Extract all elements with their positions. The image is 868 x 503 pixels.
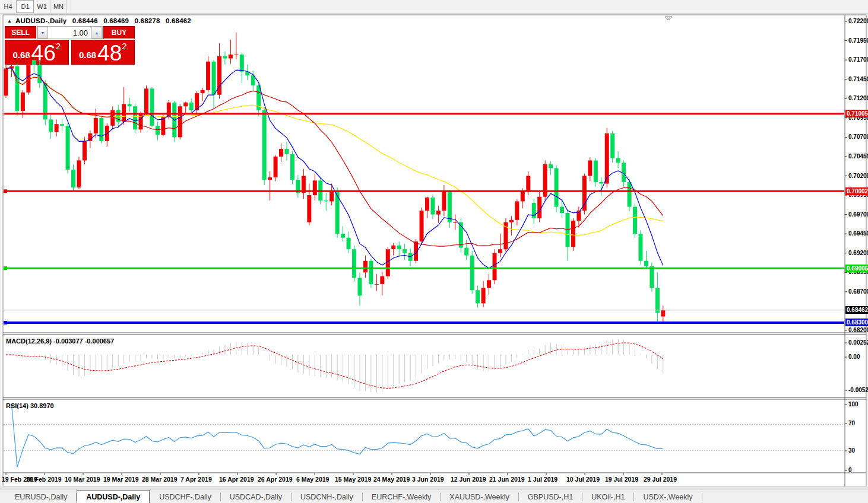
candle <box>655 288 660 313</box>
candle <box>481 288 486 303</box>
price-badge-0.71005: 0.71005 <box>845 110 868 117</box>
candle <box>436 211 441 215</box>
tab-ukoil--h1[interactable]: UKOil-,H1 <box>582 491 633 503</box>
price-scale-label[interactable]: 0.71700 <box>848 56 868 63</box>
candle <box>324 200 328 201</box>
time-axis-label[interactable]: 15 May 2019 <box>335 476 371 483</box>
candle <box>369 261 373 284</box>
tab-usdx--weekly[interactable]: USDX-,Weekly <box>634 491 701 503</box>
candle <box>60 124 64 126</box>
candle <box>650 266 654 288</box>
price-scale-label[interactable]: 0.69200 <box>848 250 868 257</box>
tab-xauusd--weekly[interactable]: XAUUSD-,Weekly <box>441 491 518 503</box>
candle <box>644 261 648 266</box>
rsi-scale-label[interactable]: 0 <box>848 467 852 474</box>
chart-shift-marker-icon[interactable] <box>665 17 672 20</box>
time-axis-label[interactable]: 24 May 2019 <box>373 476 410 483</box>
candle <box>223 56 227 59</box>
candle <box>594 160 598 182</box>
price-chart-canvas[interactable] <box>0 0 868 503</box>
price-scale-label[interactable]: 0.71950 <box>848 37 868 44</box>
time-axis-label[interactable]: 12 Jun 2019 <box>451 476 486 483</box>
candle <box>189 103 194 110</box>
candle <box>330 192 334 202</box>
price-badge-0.69005: 0.69005 <box>845 265 868 272</box>
price-scale-label[interactable]: 0.68700 <box>848 288 868 295</box>
time-axis-label[interactable]: 29 Jul 2019 <box>644 476 677 483</box>
candle <box>610 133 614 158</box>
price-scale-label[interactable]: 0.70200 <box>848 173 868 180</box>
time-axis-label[interactable]: 26 Apr 2019 <box>258 476 293 483</box>
rsi-scale-label[interactable]: 100 <box>848 401 859 408</box>
candle <box>509 220 514 222</box>
time-axis-label[interactable]: 10 Jul 2019 <box>566 476 600 483</box>
tab-eurusd--daily[interactable]: EURUSD-,Daily <box>6 491 76 503</box>
tab-usdcad--daily[interactable]: USDCAD-,Daily <box>221 491 291 503</box>
time-axis-label[interactable]: 16 Apr 2019 <box>219 476 254 483</box>
macd-scale-label[interactable]: 0.00 <box>848 354 860 361</box>
candle <box>357 278 362 295</box>
macd-indicator-label: MACD(12,26,9) -0.003077 -0.000657 <box>6 338 114 345</box>
time-axis-label[interactable]: 1 Jul 2019 <box>528 476 557 483</box>
candle <box>290 154 294 180</box>
price-scale-label[interactable]: 0.68200 <box>848 327 868 334</box>
hline-handle <box>4 321 7 324</box>
price-scale-label[interactable]: 0.71200 <box>848 95 868 102</box>
candle <box>470 256 474 291</box>
candle <box>274 157 278 177</box>
price-scale-label[interactable]: 0.70700 <box>848 133 868 141</box>
candle <box>487 280 491 288</box>
macd-scale-label[interactable]: 0.002522 <box>848 339 868 346</box>
candle <box>178 106 182 137</box>
macd-scale-label[interactable]: -0.005234 <box>848 387 868 394</box>
candle <box>156 126 160 135</box>
tab-audusd--daily[interactable]: AUDUSD-,Daily <box>77 490 150 503</box>
candle <box>537 197 541 218</box>
tab-eurchf--weekly[interactable]: EURCHF-,Weekly <box>363 491 440 503</box>
time-axis-label[interactable]: 3 Jun 2019 <box>412 476 444 483</box>
ma-mid-line <box>6 67 663 246</box>
time-axis-label[interactable]: 6 May 2019 <box>296 476 329 483</box>
candle <box>628 182 632 207</box>
time-axis-label[interactable]: 7 Apr 2019 <box>180 476 212 483</box>
candle <box>183 103 188 107</box>
candle <box>347 238 351 250</box>
time-axis-label[interactable]: 28 Feb 2019 <box>26 476 62 483</box>
candle <box>234 55 238 55</box>
tab-usdcnh--daily[interactable]: USDCNH-,Daily <box>292 491 362 503</box>
rsi-scale-label[interactable]: 30 <box>848 447 855 454</box>
hline-handle <box>4 189 7 193</box>
candle <box>515 201 519 219</box>
candle <box>560 207 564 213</box>
candle <box>240 55 244 72</box>
time-axis-label[interactable]: 10 Mar 2019 <box>65 476 100 483</box>
tab-gbpusd--h1[interactable]: GBPUSD-,H1 <box>519 491 582 503</box>
candle <box>341 234 345 238</box>
candle <box>99 118 103 141</box>
price-scale-label[interactable]: 0.71450 <box>848 76 868 83</box>
candle <box>32 60 36 65</box>
time-axis-label[interactable]: 19 Jul 2019 <box>605 476 638 483</box>
time-axis-label[interactable]: 21 Jun 2019 <box>489 476 525 483</box>
candle <box>150 88 154 126</box>
tab-usdchf--daily[interactable]: USDCHF-,Daily <box>150 491 220 503</box>
candle <box>442 192 446 211</box>
candle <box>588 160 592 176</box>
macd-signal-line <box>6 343 663 389</box>
candle <box>661 310 665 317</box>
price-scale-label[interactable]: 0.72200 <box>848 18 868 25</box>
price-scale-label[interactable]: 0.69450 <box>848 230 868 237</box>
time-axis-label[interactable]: 28 Mar 2019 <box>142 476 178 483</box>
candle <box>555 168 559 206</box>
price-scale-label[interactable]: 0.70450 <box>848 153 868 160</box>
candle <box>375 284 379 285</box>
candle <box>77 160 81 187</box>
time-axis-label[interactable]: 19 Mar 2019 <box>103 476 139 483</box>
rsi-scale-label[interactable]: 70 <box>848 420 855 427</box>
candle <box>571 221 575 247</box>
candle <box>498 249 502 253</box>
price-scale-label[interactable]: 0.69700 <box>848 211 868 218</box>
candle <box>391 246 395 250</box>
candle <box>21 93 25 111</box>
candle <box>493 253 497 281</box>
